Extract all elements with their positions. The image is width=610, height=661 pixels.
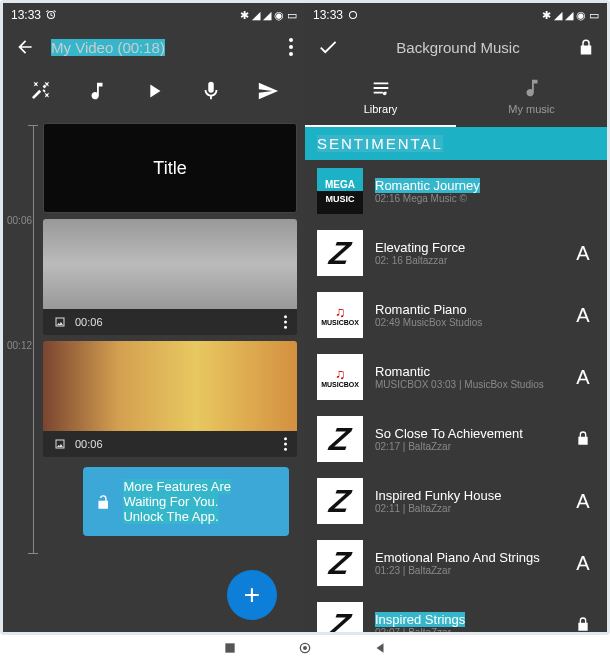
track-meta: MUSICBOX 03:03 | MusicBox Studios (375, 379, 559, 390)
track-info: Romantic Journey02:16 Mega Music © (375, 178, 559, 204)
track-info: Inspired Funky House02:11 | BaltaZzar (375, 488, 559, 514)
alarm-icon (45, 9, 57, 21)
more-icon[interactable] (289, 38, 293, 56)
image-icon (53, 316, 67, 328)
app-title: Background Music (355, 39, 561, 56)
track-meta: 02:17 | BaltaZzar (375, 441, 559, 452)
track-row[interactable]: ♫MUSICBOXRomantic Piano02:49 MusicBox St… (305, 284, 607, 346)
lock-icon[interactable] (577, 38, 595, 56)
track-row[interactable]: Inspired Funky House02:11 | BaltaZzarA (305, 470, 607, 532)
category-label: SENTIMENTAL (317, 135, 443, 152)
signal-icon: ◢ (565, 9, 573, 22)
track-thumbnail: ♫MUSICBOX (317, 292, 363, 338)
add-fab[interactable]: + (227, 570, 277, 620)
video-clip[interactable]: 00:06 (43, 219, 297, 335)
back-nav-icon[interactable] (373, 641, 387, 655)
timeline-ruler (33, 125, 34, 554)
timeline: 00:06 00:12 Title 00:06 00:06 (3, 115, 305, 554)
track-lock-icon[interactable] (571, 428, 595, 451)
clip-more-icon[interactable] (284, 315, 287, 329)
track-meta: 02:11 | BaltaZzar (375, 503, 559, 514)
track-meta: 02:16 Mega Music © (375, 193, 559, 204)
track-row[interactable]: MEGAMUSICRomantic Journey02:16 Mega Musi… (305, 160, 607, 222)
track-lock-icon[interactable] (571, 614, 595, 633)
send-icon[interactable] (257, 80, 279, 102)
track-thumbnail (317, 230, 363, 276)
clip-thumbnail (43, 219, 297, 309)
track-row[interactable]: Inspired Strings02:07 | BaltaZzar (305, 594, 607, 632)
svg-point-3 (284, 315, 287, 318)
track-title: Romantic (375, 364, 559, 379)
track-action-button[interactable]: A (571, 366, 595, 389)
bluetooth-icon: ✱ (240, 9, 249, 22)
track-action-button[interactable]: A (571, 552, 595, 575)
home-icon[interactable] (297, 640, 313, 656)
track-action-button[interactable]: A (571, 490, 595, 513)
track-thumbnail (317, 602, 363, 632)
image-icon (53, 438, 67, 450)
track-action-button[interactable]: A (571, 242, 595, 265)
track-title: Inspired Strings (375, 612, 559, 627)
music-icon[interactable] (86, 80, 108, 102)
tab-label: Library (364, 103, 398, 115)
unlock-banner[interactable]: More Features Are Waiting For You. Unloc… (83, 467, 289, 536)
tab-my-music[interactable]: My music (456, 67, 607, 127)
status-time: 13:33 (313, 8, 343, 22)
video-clip[interactable]: 00:06 (43, 341, 297, 457)
track-list: MEGAMUSICRomantic Journey02:16 Mega Musi… (305, 160, 607, 632)
app-bar: My Video (00:18) (3, 27, 305, 67)
android-navbar (0, 635, 610, 661)
svg-point-0 (289, 38, 293, 42)
track-info: Emotional Piano And Strings01:23 | Balta… (375, 550, 559, 576)
svg-point-5 (284, 326, 287, 329)
svg-point-8 (284, 448, 287, 451)
status-bar: 13:33 ✱ ◢ ◢ ◉ ▭ (3, 3, 305, 27)
track-title: Emotional Piano And Strings (375, 550, 559, 565)
track-row[interactable]: Elevating Force02: 16 BaltazzarA (305, 222, 607, 284)
wifi-icon: ◉ (576, 9, 586, 22)
title-clip[interactable]: Title (43, 123, 297, 213)
recents-icon[interactable] (223, 641, 237, 655)
battery-icon: ▭ (589, 9, 599, 22)
clip-more-icon[interactable] (284, 437, 287, 451)
svg-point-1 (289, 45, 293, 49)
track-row[interactable]: ♫MUSICBOXRomanticMUSICBOX 03:03 | MusicB… (305, 346, 607, 408)
track-row[interactable]: Emotional Piano And Strings01:23 | Balta… (305, 532, 607, 594)
track-thumbnail: ♫MUSICBOX (317, 354, 363, 400)
signal-icon: ◢ (554, 9, 562, 22)
tab-library[interactable]: Library (305, 67, 456, 127)
track-title: So Close To Achievement (375, 426, 559, 441)
tabs: Library My music (305, 67, 607, 127)
track-info: RomanticMUSICBOX 03:03 | MusicBox Studio… (375, 364, 559, 390)
svg-point-4 (284, 321, 287, 324)
track-title: Elevating Force (375, 240, 559, 255)
mic-icon[interactable] (200, 80, 222, 102)
confirm-icon[interactable] (317, 36, 339, 58)
clip-thumbnail (43, 341, 297, 431)
music-library-screen: 13:33 ✱ ◢ ◢ ◉ ▭ Background Music Library (305, 3, 607, 632)
back-icon[interactable] (15, 37, 35, 57)
tab-label: My music (508, 103, 554, 115)
track-thumbnail (317, 478, 363, 524)
plus-icon: + (244, 579, 260, 611)
track-title: Romantic Piano (375, 302, 559, 317)
track-meta: 02: 16 Baltazzar (375, 255, 559, 266)
magic-wand-icon[interactable] (29, 80, 51, 102)
clip-duration: 00:06 (75, 316, 103, 328)
svg-point-2 (289, 52, 293, 56)
unlock-icon (95, 491, 111, 513)
clip-duration: 00:06 (75, 438, 103, 450)
track-meta: 02:49 MusicBox Studios (375, 317, 559, 328)
track-meta: 01:23 | BaltaZzar (375, 565, 559, 576)
unlock-text: More Features Are Waiting For You. (123, 479, 231, 509)
app-title: My Video (00:18) (51, 39, 165, 56)
svg-point-6 (284, 437, 287, 440)
time-marker: 00:12 (7, 340, 32, 351)
track-row[interactable]: So Close To Achievement02:17 | BaltaZzar (305, 408, 607, 470)
signal-icon: ◢ (252, 9, 260, 22)
play-icon[interactable] (143, 80, 165, 102)
track-action-button[interactable]: A (571, 304, 595, 327)
toolbar (3, 67, 305, 115)
category-header: SENTIMENTAL (305, 127, 607, 160)
track-thumbnail (317, 416, 363, 462)
